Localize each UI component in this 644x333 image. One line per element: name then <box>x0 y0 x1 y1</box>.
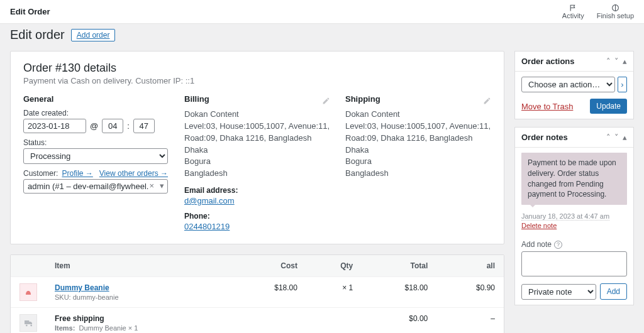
col-cost: Cost <box>231 255 306 277</box>
edit-shipping-icon[interactable] <box>483 97 491 107</box>
colon: : <box>127 121 130 131</box>
minute-input[interactable] <box>133 119 155 133</box>
order-action-select[interactable]: Choose an action… <box>521 77 615 92</box>
billing-line3: Dhaka <box>184 145 330 156</box>
order-note-content: Payment to be made upon delivery. Order … <box>521 153 627 205</box>
items-value: Dummy Beanie × 1 <box>79 324 138 332</box>
general-heading: General <box>23 94 169 104</box>
order-notes-card: Order notes ˄ ˅ ▴ Payment to be made upo… <box>514 127 634 305</box>
sku-value: dummy-beanie <box>73 293 119 301</box>
order-note-date: January 18, 2023 at 4:47 am <box>521 212 609 221</box>
order-actions-heading: Order actions <box>521 57 575 66</box>
item-total: $18.00 <box>362 277 436 308</box>
billing-line2: Level:03, House:1005,1007, Avenue:11, Ro… <box>184 121 330 145</box>
status-label: Status: <box>23 138 169 147</box>
billing-email-link[interactable]: d@gmail.com <box>184 196 235 205</box>
shipping-line3: Dhaka <box>345 145 491 156</box>
move-to-trash-link[interactable]: Move to Trash <box>521 102 573 111</box>
pencil-icon <box>483 97 491 105</box>
order-items-card: Item Cost Qty Total all Dummy Beanie <box>10 254 504 333</box>
add-order-button[interactable]: Add order <box>71 29 116 41</box>
order-details-title: Order #130 details <box>23 62 491 75</box>
billing-name: Dokan Content <box>184 109 330 121</box>
status-select[interactable]: Processing <box>23 148 168 164</box>
col-qty: Qty <box>306 255 362 277</box>
shipping-line5: Bangladesh <box>345 168 491 180</box>
phone-label: Phone: <box>184 212 330 221</box>
update-button[interactable]: Update <box>590 99 627 114</box>
activity-label: Activity <box>562 12 584 19</box>
ship-all: – <box>436 308 504 333</box>
order-notes-heading: Order notes <box>521 133 568 142</box>
shipping-line2: Level:03, House:1005,1007, Avenue:11, Ro… <box>345 121 491 145</box>
item-all: $0.90 <box>436 277 504 308</box>
apply-action-button[interactable]: › <box>618 77 627 92</box>
item-qty: × 1 <box>306 277 362 308</box>
product-name-link[interactable]: Dummy Beanie <box>55 283 109 292</box>
activity-button[interactable]: Activity <box>562 4 584 19</box>
billing-phone-link[interactable]: 0244801219 <box>184 222 230 231</box>
sku-label: SKU: <box>55 293 71 301</box>
note-type-select[interactable]: Private note <box>521 284 596 300</box>
date-created-label: Date created: <box>23 109 169 117</box>
shipping-name: Dokan Content <box>345 109 491 121</box>
billing-heading: Billing <box>184 94 209 104</box>
add-note-button[interactable]: Add <box>600 283 627 300</box>
pencil-icon <box>322 97 330 105</box>
date-input[interactable] <box>23 119 86 133</box>
email-label: Email address: <box>184 186 330 195</box>
product-thumb <box>19 283 37 301</box>
beanie-icon <box>23 287 33 297</box>
chevron-down-icon[interactable]: ▾ <box>160 181 164 190</box>
customer-label: Customer: <box>23 169 58 178</box>
shipping-method: Free shipping <box>55 314 223 323</box>
finish-setup-button[interactable]: Finish setup <box>597 4 634 19</box>
panel-collapse-icon[interactable]: ▴ <box>623 133 627 142</box>
order-details-card: Order #130 details Payment via Cash on d… <box>10 51 504 244</box>
profile-link[interactable]: Profile → <box>62 169 92 178</box>
billing-line5: Bangladesh <box>184 168 330 180</box>
delete-note-link[interactable]: Delete note <box>521 222 557 229</box>
add-note-label: Add note <box>521 240 552 249</box>
edit-billing-icon[interactable] <box>322 97 330 107</box>
col-total: Total <box>362 255 436 277</box>
truck-icon <box>23 318 33 328</box>
panel-down-icon[interactable]: ˅ <box>614 133 619 142</box>
shipping-heading: Shipping <box>345 94 380 104</box>
panel-down-icon[interactable]: ˅ <box>614 57 619 66</box>
order-actions-card: Order actions ˄ ˅ ▴ Choose an action… › … <box>514 51 634 119</box>
customer-input[interactable] <box>23 179 168 194</box>
view-other-orders-link[interactable]: View other orders → <box>99 169 168 178</box>
top-title: Edit Order <box>10 7 50 16</box>
col-item: Item <box>46 255 231 277</box>
panel-up-icon[interactable]: ˄ <box>606 133 611 142</box>
order-details-subtitle: Payment via Cash on delivery. Customer I… <box>23 76 491 85</box>
add-note-textarea[interactable] <box>521 251 627 276</box>
shipping-thumb <box>19 314 37 332</box>
table-row: Dummy Beanie SKU: dummy-beanie $18.00 × … <box>11 277 504 308</box>
clear-customer-icon[interactable]: × <box>149 181 154 190</box>
help-icon[interactable]: ? <box>554 241 562 249</box>
billing-line4: Bogura <box>184 156 330 168</box>
panel-collapse-icon[interactable]: ▴ <box>623 57 627 66</box>
panel-up-icon[interactable]: ˄ <box>606 57 611 66</box>
table-row: Free shipping Items: Dummy Beanie × 1 Ve… <box>11 308 504 333</box>
circle-half-icon <box>611 4 619 12</box>
at-symbol: @ <box>90 121 98 131</box>
finish-setup-label: Finish setup <box>597 12 634 19</box>
ship-total: $0.00 <box>362 308 436 333</box>
page-title: Edit order <box>10 28 65 42</box>
hour-input[interactable] <box>102 119 123 133</box>
item-cost: $18.00 <box>231 277 306 308</box>
flag-icon <box>569 4 577 12</box>
items-label: Items: <box>55 324 75 332</box>
shipping-line4: Bogura <box>345 156 491 168</box>
col-all: all <box>436 255 504 277</box>
